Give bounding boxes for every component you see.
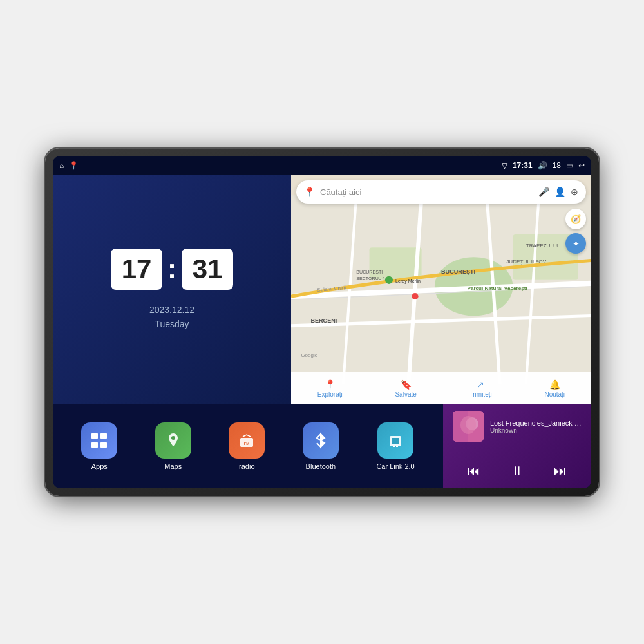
layers-icon[interactable]: ⊕ bbox=[571, 187, 578, 197]
maps-logo-icon: 📍 bbox=[304, 187, 315, 197]
maps-icon bbox=[155, 422, 191, 459]
svg-text:TRAPEZULUI: TRAPEZULUI bbox=[526, 243, 558, 249]
map-nav-share[interactable]: ↗ Trimiteți bbox=[469, 379, 492, 398]
device-shell: ⌂ 📍 ▽ 17:31 🔊 18 ▭ ↩ bbox=[45, 148, 599, 496]
svg-rect-25 bbox=[91, 442, 98, 448]
volume-icon: 🔊 bbox=[538, 161, 547, 170]
music-controls: ⏮ ⏸ ⏭ bbox=[453, 464, 582, 482]
svg-text:BUCUREȘTI: BUCUREȘTI bbox=[441, 269, 475, 275]
maps-status-icon[interactable]: 📍 bbox=[69, 161, 79, 170]
svg-text:Google: Google bbox=[301, 352, 318, 358]
svg-text:Parcul Natural Văcărești: Parcul Natural Văcărești bbox=[468, 285, 527, 291]
clock-day: Tuesday bbox=[149, 317, 194, 331]
battery-icon: ▭ bbox=[566, 161, 573, 170]
svg-rect-24 bbox=[100, 433, 107, 439]
screen: ⌂ 📍 ▽ 17:31 🔊 18 ▭ ↩ bbox=[53, 156, 591, 488]
app-item-carlink[interactable]: Car Link 2.0 bbox=[376, 422, 414, 470]
svg-rect-32 bbox=[393, 446, 395, 447]
svg-text:BUCUREȘTI: BUCUREȘTI bbox=[356, 270, 383, 275]
apps-label: Apps bbox=[91, 462, 108, 470]
svg-rect-2 bbox=[370, 247, 422, 280]
compass-button[interactable]: 🧭 bbox=[565, 209, 586, 229]
prev-button[interactable]: ⏮ bbox=[468, 464, 480, 478]
svg-rect-33 bbox=[396, 446, 398, 447]
radio-icon: FM bbox=[229, 422, 265, 459]
map-bottom-bar: 📍 Explorați 🔖 Salvate ↗ Trimiteți bbox=[291, 372, 591, 404]
music-text-info: Lost Frequencies_Janieck Devy-... Unknow… bbox=[490, 419, 582, 434]
radio-label: radio bbox=[239, 462, 254, 470]
saved-label: Salvate bbox=[395, 391, 416, 398]
clock-hour: 17 bbox=[111, 249, 162, 290]
my-location-button[interactable]: ✦ bbox=[565, 233, 586, 254]
device-wrapper: ⌂ 📍 ▽ 17:31 🔊 18 ▭ ↩ bbox=[45, 148, 599, 496]
clock-colon: : bbox=[167, 254, 176, 285]
explore-icon: 📍 bbox=[325, 379, 336, 390]
main-content: 17 : 31 2023.12.12 Tuesday bbox=[53, 175, 591, 488]
voice-search-icon[interactable]: 🎤 bbox=[538, 187, 549, 197]
share-icon: ↗ bbox=[477, 379, 484, 390]
bluetooth-icon bbox=[303, 422, 339, 459]
home-icon[interactable]: ⌂ bbox=[59, 161, 64, 170]
news-icon: 🔔 bbox=[549, 379, 560, 390]
account-icon[interactable]: 👤 bbox=[554, 187, 565, 197]
clock-date: 2023.12.12 Tuesday bbox=[149, 303, 194, 332]
play-pause-button[interactable]: ⏸ bbox=[511, 464, 524, 478]
clock-date-value: 2023.12.12 bbox=[149, 303, 194, 317]
news-label: Noutăți bbox=[544, 391, 565, 398]
music-player: Lost Frequencies_Janieck Devy-... Unknow… bbox=[443, 404, 591, 488]
signal-icon: ▽ bbox=[502, 161, 507, 170]
svg-text:SECTORUL 4: SECTORUL 4 bbox=[356, 276, 384, 281]
map-nav-saved[interactable]: 🔖 Salvate bbox=[395, 379, 416, 398]
app-item-maps[interactable]: Maps bbox=[155, 422, 191, 470]
explore-label: Explorați bbox=[317, 391, 343, 398]
svg-point-22 bbox=[412, 293, 418, 299]
bluetooth-label: Bluetooth bbox=[306, 462, 336, 470]
music-info-section: Lost Frequencies_Janieck Devy-... Unknow… bbox=[453, 411, 582, 442]
svg-text:BERCENI: BERCENI bbox=[310, 317, 337, 324]
clock-widget: 17 : 31 2023.12.12 Tuesday bbox=[53, 175, 291, 404]
map-svg: Splaiul Unirii BUCUREȘTI JUDEȚUL ILFOV P… bbox=[291, 175, 591, 404]
volume-level: 18 bbox=[553, 161, 561, 170]
map-widget[interactable]: Splaiul Unirii BUCUREȘTI JUDEȚUL ILFOV P… bbox=[291, 175, 591, 404]
map-nav-news[interactable]: 🔔 Noutăți bbox=[544, 379, 565, 398]
app-item-radio[interactable]: FM radio bbox=[229, 422, 265, 470]
saved-icon: 🔖 bbox=[401, 379, 412, 390]
status-bar: ⌂ 📍 ▽ 17:31 🔊 18 ▭ ↩ bbox=[53, 156, 591, 175]
svg-point-19 bbox=[385, 276, 393, 284]
status-left: ⌂ 📍 bbox=[59, 161, 79, 170]
music-artist: Unknown bbox=[490, 427, 582, 434]
carlink-icon bbox=[377, 422, 413, 459]
map-search-placeholder[interactable]: Căutați aici bbox=[320, 187, 533, 197]
svg-text:Leroy Merlin: Leroy Merlin bbox=[395, 279, 421, 284]
app-item-bluetooth[interactable]: Bluetooth bbox=[303, 422, 339, 470]
svg-point-27 bbox=[171, 436, 175, 440]
maps-label: Maps bbox=[164, 462, 182, 470]
top-section: 17 : 31 2023.12.12 Tuesday bbox=[53, 175, 591, 404]
clock-minute: 31 bbox=[182, 249, 233, 290]
svg-text:JUDEȚUL ILFOV: JUDEȚUL ILFOV bbox=[506, 259, 546, 265]
status-time: 17:31 bbox=[513, 161, 533, 170]
map-search-bar[interactable]: 📍 Căutați aici 🎤 👤 ⊕ bbox=[296, 180, 586, 204]
music-thumbnail bbox=[453, 411, 484, 442]
app-item-apps[interactable]: Apps bbox=[81, 422, 117, 470]
apps-icon bbox=[81, 422, 117, 459]
back-icon[interactable]: ↩ bbox=[578, 161, 585, 170]
status-right: ▽ 17:31 🔊 18 ▭ ↩ bbox=[502, 161, 585, 170]
clock-display: 17 : 31 bbox=[111, 249, 233, 290]
svg-text:FM: FM bbox=[244, 442, 250, 446]
svg-rect-23 bbox=[91, 433, 98, 439]
svg-rect-26 bbox=[100, 442, 107, 448]
map-nav-explore[interactable]: 📍 Explorați bbox=[317, 379, 343, 398]
svg-point-37 bbox=[460, 416, 476, 434]
carlink-label: Car Link 2.0 bbox=[376, 462, 414, 470]
apps-bar: Apps Maps bbox=[53, 404, 443, 488]
next-button[interactable]: ⏭ bbox=[554, 464, 567, 478]
svg-rect-31 bbox=[392, 438, 399, 444]
music-title: Lost Frequencies_Janieck Devy-... bbox=[490, 419, 582, 427]
bottom-section: Apps Maps bbox=[53, 404, 591, 488]
share-label: Trimiteți bbox=[469, 391, 492, 398]
